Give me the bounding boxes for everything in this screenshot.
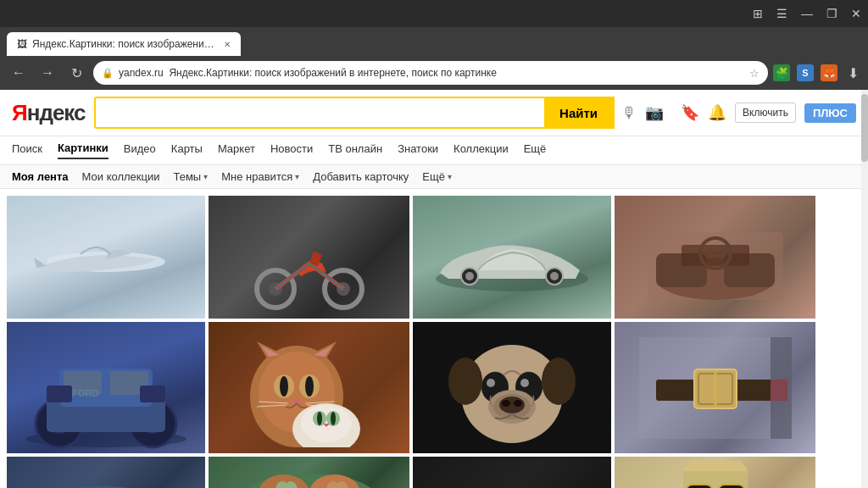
back-button[interactable]: ← xyxy=(7,61,31,85)
svg-point-64 xyxy=(542,358,576,405)
svg-text:FORD: FORD xyxy=(72,388,98,398)
extension-icon-1[interactable]: 🧩 xyxy=(773,64,790,81)
image-cell-cats[interactable] xyxy=(209,322,409,453)
header-right: 🔖 🔔 Включить ПЛЮС xyxy=(681,103,856,123)
subnav-moya-lenta[interactable]: Моя лента xyxy=(12,170,69,183)
reload-button[interactable]: ↻ xyxy=(64,61,88,85)
image-cell-plane[interactable] xyxy=(7,196,205,319)
yandex-nav: Поиск Картинки Видео Карты Маркет Новост… xyxy=(0,136,868,165)
search-icons: 🎙 📷 xyxy=(621,103,664,122)
tab-close-icon[interactable]: ✕ xyxy=(224,40,231,49)
subnav-dobavit[interactable]: Добавить карточку xyxy=(313,170,409,183)
address-bar[interactable]: 🔒 yandex.ru Яндекс.Картинки: поиск изобр… xyxy=(93,61,768,85)
nav-kollektsii[interactable]: Коллекции xyxy=(453,142,509,158)
lock-icon: 🔒 xyxy=(102,68,114,79)
nav-novosti[interactable]: Новости xyxy=(270,142,313,158)
subnav-mne-nravitsya[interactable]: Мне нравится ▾ xyxy=(221,170,299,183)
svg-rect-28 xyxy=(47,385,72,402)
subnav-temy[interactable]: Темы ▾ xyxy=(173,170,208,183)
image-cell-woman[interactable] xyxy=(615,457,815,488)
subnav-temy-arrow: ▾ xyxy=(203,172,208,181)
nav-video[interactable]: Видео xyxy=(124,142,156,158)
subnav-esche[interactable]: Ещё ▾ xyxy=(422,170,452,183)
svg-point-63 xyxy=(448,358,482,405)
bell-icon[interactable]: 🔔 xyxy=(708,103,726,122)
minimize-icon[interactable]: — xyxy=(801,7,813,20)
subnav-esche-arrow: ▾ xyxy=(448,172,452,181)
image-cell-sports-car[interactable] xyxy=(413,196,611,319)
close-icon[interactable]: ✕ xyxy=(851,7,861,20)
search-button[interactable]: Найти xyxy=(544,97,613,129)
nav-esche[interactable]: Ещё xyxy=(524,142,547,158)
nav-poisk[interactable]: Поиск xyxy=(12,142,42,158)
svg-point-57 xyxy=(520,379,529,387)
browser-titlebar: ⊞ ☰ — ❐ ✕ xyxy=(0,0,868,27)
svg-point-56 xyxy=(487,379,495,387)
subnav-mne-nravitsya-arrow: ▾ xyxy=(295,172,299,181)
extension-icon-3[interactable]: 🦊 xyxy=(821,64,837,81)
yandex-subnav: Моя лента Мои коллекции Темы ▾ Мне нрави… xyxy=(0,165,868,189)
svg-point-51 xyxy=(331,412,336,425)
image-cell-partial-1[interactable] xyxy=(413,457,611,488)
image-cell-truck[interactable]: FORD xyxy=(7,322,205,453)
svg-point-40 xyxy=(305,376,314,396)
address-domain: yandex.ru Яндекс.Картинки: поиск изображ… xyxy=(119,67,744,79)
tab-favicon: 🖼 xyxy=(17,38,27,50)
svg-point-62 xyxy=(514,400,522,407)
image-cell-belt[interactable] xyxy=(615,322,815,453)
image-cell-pug[interactable] xyxy=(413,322,611,453)
nav-tv[interactable]: ТВ онлайн xyxy=(328,142,382,158)
plus-button[interactable]: ПЛЮС xyxy=(804,103,856,123)
bookmarks-icon[interactable]: 🔖 xyxy=(681,103,699,122)
microphone-icon[interactable]: 🎙 xyxy=(621,104,637,122)
yandex-logo: Яндекс xyxy=(12,100,86,126)
svg-rect-85 xyxy=(718,485,745,488)
address-bookmark-icon[interactable]: ☆ xyxy=(749,67,760,80)
nav-kartinki[interactable]: Картинки xyxy=(58,141,108,159)
image-cell-car-front[interactable] xyxy=(7,457,205,488)
image-grid: FORD xyxy=(0,189,868,488)
svg-point-39 xyxy=(280,376,288,396)
yandex-page: Яндекс Найти 🎙 📷 🔖 🔔 Включить ПЛЮС xyxy=(0,90,868,488)
menu-icon[interactable]: ☰ xyxy=(776,7,787,20)
svg-point-10 xyxy=(465,272,474,280)
svg-point-50 xyxy=(317,412,322,425)
yandex-header: Яндекс Найти 🎙 📷 🔖 🔔 Включить ПЛЮС xyxy=(0,90,868,136)
nav-znatoki[interactable]: Знатоки xyxy=(398,142,438,158)
svg-rect-71 xyxy=(771,337,792,439)
browser-window: ⊞ ☰ — ❐ ✕ 🖼 Яндекс.Картинки: поиск изобр… xyxy=(0,0,868,488)
svg-rect-84 xyxy=(686,485,713,488)
camera-icon[interactable]: 📷 xyxy=(645,103,664,122)
subnav-moi-kollektsii[interactable]: Мои коллекции xyxy=(82,170,160,183)
download-icon[interactable]: ⬇ xyxy=(844,64,861,81)
browser-toolbar: ← → ↻ 🔒 yandex.ru Яндекс.Картинки: поиск… xyxy=(0,56,868,90)
image-cell-car-interior[interactable] xyxy=(615,196,815,319)
browser-tab-bar: 🖼 Яндекс.Картинки: поиск изображений в и… xyxy=(0,27,868,56)
active-tab[interactable]: 🖼 Яндекс.Картинки: поиск изображений в и… xyxy=(7,32,241,56)
nav-market[interactable]: Маркет xyxy=(218,142,255,158)
monitor-icon[interactable]: ⊞ xyxy=(753,7,763,20)
extension-icon-2[interactable]: S xyxy=(797,64,814,81)
nav-karty[interactable]: Карты xyxy=(171,142,203,158)
svg-point-61 xyxy=(502,400,510,407)
vklyuchit-button[interactable]: Включить xyxy=(735,103,796,123)
svg-rect-29 xyxy=(140,385,165,402)
image-cell-cats-2[interactable] xyxy=(209,457,409,488)
svg-point-11 xyxy=(550,272,559,280)
svg-rect-16 xyxy=(682,245,749,266)
maximize-icon[interactable]: ❐ xyxy=(826,7,837,20)
forward-button[interactable]: → xyxy=(36,61,59,85)
toolbar-right: 🧩 S 🦊 ⬇ xyxy=(773,64,861,81)
image-cell-motorcycle[interactable] xyxy=(209,196,409,319)
search-box: Найти xyxy=(94,97,615,129)
search-input[interactable] xyxy=(96,98,545,127)
tab-title: Яндекс.Картинки: поиск изображений в инт… xyxy=(32,38,219,50)
